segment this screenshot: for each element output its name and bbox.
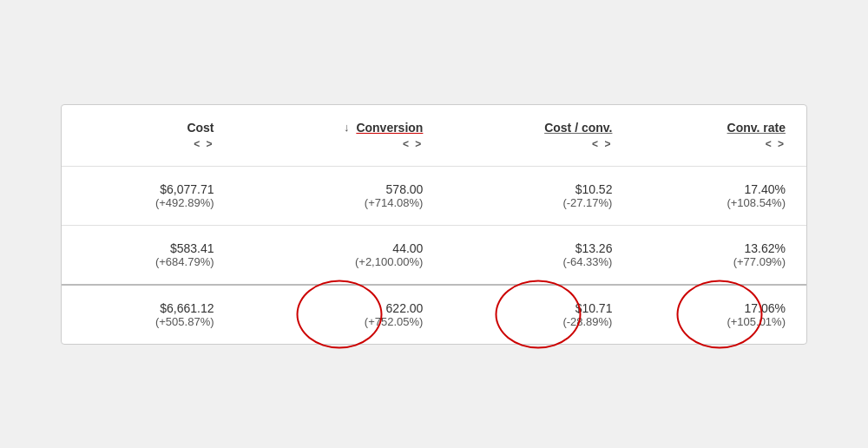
cost-sub-2: (+505.87%) xyxy=(82,315,214,328)
conv-rate-sub-1: (+77.09%) xyxy=(654,255,786,268)
conv-rate-value-0: 17.40% xyxy=(654,182,786,196)
col-conversion-label: Conversion xyxy=(356,121,423,135)
cost-value-2: $6,661.12 xyxy=(82,301,214,315)
col-cost-per-conv-arrows[interactable]: < > xyxy=(592,138,612,150)
cell-cost-1: $583.41 (+684.79%) xyxy=(62,225,235,285)
cost-per-conv-sub-1: (-64.33%) xyxy=(464,255,612,268)
conversion-value-1: 44.00 xyxy=(256,241,424,255)
col-cost-arrows[interactable]: < > xyxy=(194,138,214,150)
col-conversion-arrows[interactable]: < > xyxy=(403,138,423,150)
cell-conversion-2: 622.00 (+752.05%) xyxy=(235,285,444,344)
table-row: $6,077.71 (+492.89%) 578.00 (+714.08%) $… xyxy=(62,166,806,225)
col-conv-rate[interactable]: Conv. rate < > xyxy=(633,105,806,167)
cell-conv-rate-0: 17.40% (+108.54%) xyxy=(633,166,806,225)
conversion-value-0: 578.00 xyxy=(256,182,424,196)
conv-rate-value-2: 17.06% xyxy=(654,301,786,315)
col-cost-per-conv-label: Cost / conv. xyxy=(544,121,612,135)
cost-per-conv-sub-2: (-28.89%) xyxy=(464,315,612,328)
col-conversion[interactable]: ↓ Conversion < > xyxy=(235,105,444,167)
sort-arrow-conversion: ↓ xyxy=(344,121,350,134)
conversion-sub-1: (+2,100.00%) xyxy=(256,255,424,268)
conversion-sub-0: (+714.08%) xyxy=(256,196,424,209)
cell-conv-rate-1: 13.62% (+77.09%) xyxy=(633,225,806,285)
cell-conversion-0: 578.00 (+714.08%) xyxy=(235,166,444,225)
col-cost-label: Cost xyxy=(187,121,214,135)
col-cost-per-conv[interactable]: Cost / conv. < > xyxy=(444,105,633,167)
cost-per-conv-value-2: $10.71 xyxy=(464,301,612,315)
cost-value-1: $583.41 xyxy=(82,241,214,255)
cell-cost-0: $6,077.71 (+492.89%) xyxy=(62,166,235,225)
cell-cost-per-conv-1: $13.26 (-64.33%) xyxy=(444,225,633,285)
cost-value-0: $6,077.71 xyxy=(82,182,214,196)
conversion-value-2: 622.00 xyxy=(256,301,424,315)
cell-cost-2: $6,661.12 (+505.87%) xyxy=(62,285,235,344)
col-conv-rate-arrows[interactable]: < > xyxy=(766,138,786,150)
data-table: Cost < > ↓ Conversion < > xyxy=(61,104,807,345)
cost-sub-0: (+492.89%) xyxy=(82,196,214,209)
cell-conversion-1: 44.00 (+2,100.00%) xyxy=(235,225,444,285)
cost-per-conv-value-0: $10.52 xyxy=(464,182,612,196)
cell-cost-per-conv-0: $10.52 (-27.17%) xyxy=(444,166,633,225)
conv-rate-sub-2: (+105.01%) xyxy=(654,315,786,328)
cost-sub-1: (+684.79%) xyxy=(82,255,214,268)
conv-rate-value-1: 13.62% xyxy=(654,241,786,255)
table-row-total: $6,661.12 (+505.87%) 622.00 (+752.05%) $… xyxy=(62,285,806,344)
cell-cost-per-conv-2: $10.71 (-28.89%) xyxy=(444,285,633,344)
table-row: $583.41 (+684.79%) 44.00 (+2,100.00%) $1… xyxy=(62,225,806,285)
cell-conv-rate-2: 17.06% (+105.01%) xyxy=(633,285,806,344)
cost-per-conv-value-1: $13.26 xyxy=(464,241,612,255)
col-cost[interactable]: Cost < > xyxy=(62,105,235,167)
cost-per-conv-sub-0: (-27.17%) xyxy=(464,196,612,209)
conv-rate-sub-0: (+108.54%) xyxy=(654,196,786,209)
conversion-sub-2: (+752.05%) xyxy=(256,315,424,328)
col-conv-rate-label: Conv. rate xyxy=(727,121,786,135)
